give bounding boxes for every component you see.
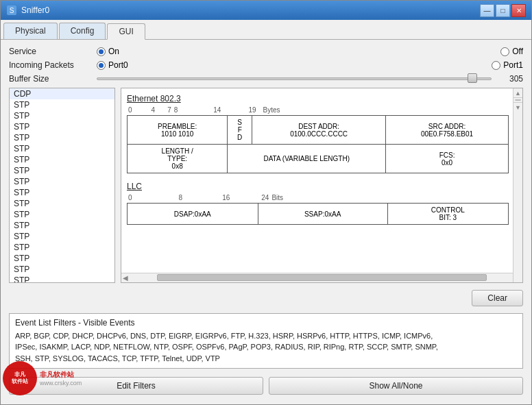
title-bar: S Sniffer0 — □ ✕ [1,1,531,20]
buffer-row: Buffer Size 305 [9,74,523,84]
list-item[interactable]: STP [10,264,114,275]
ruler-8: 8 [174,106,178,114]
list-item[interactable]: STP [10,132,114,143]
llc-ruler-0: 0 [128,194,132,201]
incoming-row: Incoming Packets Port0 Port1 [9,60,523,70]
event-text: ARP, BGP, CDP, DHCP, DHCPv6, DNS, DTP, E… [15,330,517,365]
llc-ruler-24: 24 [261,194,269,201]
incoming-port0-label: Port0 [108,60,128,70]
src-addr-cell: SRC ADDR:00E0.F758.EB01 [386,116,509,145]
show-all-button[interactable]: Show All/None [269,377,523,395]
app-icon: S [6,5,17,16]
list-item[interactable]: STP [10,253,114,264]
incoming-port1-option[interactable]: Port1 [492,60,523,70]
clear-button[interactable]: Clear [472,290,523,306]
scroll-up-arrow[interactable]: ▲ [513,88,522,98]
tab-physical[interactable]: Physical [3,23,58,39]
length-type-cell: LENGTH /TYPE:0x8 [128,145,228,173]
tab-gui[interactable]: GUI [107,23,145,40]
main-area: CDP STP STP STP STP STP STP STP STP STP … [9,88,523,283]
llc-ruler-16: 16 [222,194,230,201]
list-item[interactable]: STP [10,165,114,176]
buffer-value: 305 [503,74,523,84]
list-item[interactable]: STP [10,209,114,220]
llc-ruler-8: 8 [179,194,183,201]
control-cell: CONTROLBIT: 3 [387,204,508,225]
window-title: Sniffer0 [21,5,49,15]
list-item[interactable]: STP [10,143,114,154]
service-on-label: On [108,47,119,56]
incoming-port1-radio[interactable] [492,61,500,70]
service-on-radio[interactable] [97,47,106,56]
buffer-slider-thumb[interactable] [468,73,477,83]
ethernet-title: Ethernet 802.3 [127,94,509,103]
incoming-port0-radio[interactable] [97,61,106,70]
list-item[interactable]: STP [10,187,114,198]
ruler-14: 14 [213,106,221,114]
list-item[interactable]: STP [10,275,114,283]
incoming-port1-label: Port1 [503,60,523,70]
llc-frame-table: DSAP:0xAA SSAP:0xAA CONTROLBIT: 3 [127,203,509,225]
vertical-scrollbar[interactable]: ▲ ▼ [513,88,522,282]
service-off-radio[interactable] [500,47,509,56]
event-title: Event List Filters - Visible Events [15,318,517,328]
llc-title: LLC [127,182,509,191]
title-bar-left: S Sniffer0 [6,5,49,16]
ruler-19: 19 [248,106,256,114]
fcs-cell: FCS:0x0 [386,145,509,173]
right-panel: Ethernet 802.3 0 4 7 8 14 19 Bytes [121,88,523,283]
ruler-7: 7 [167,106,171,114]
edit-filters-button[interactable]: Edit Filters [9,377,263,395]
list-item[interactable]: STP [10,110,114,121]
maximize-button[interactable]: □ [496,4,510,17]
list-item[interactable]: STP [10,154,114,165]
title-buttons: — □ ✕ [480,4,526,17]
service-on-option[interactable]: On [97,47,119,56]
incoming-label: Incoming Packets [9,60,91,70]
buffer-label: Buffer Size [9,74,64,84]
tab-config[interactable]: Config [59,23,106,39]
llc-section: LLC 0 8 16 24 Bits DSAP:0xAA SS [127,182,509,225]
incoming-port0-option[interactable]: Port0 [97,60,128,70]
preamble-cell: PREAMBLE:1010 1010 [128,116,228,145]
list-item[interactable]: STP [10,121,114,132]
list-item[interactable]: STP [10,176,114,187]
horizontal-scrollbar[interactable]: ◀ ▶ [121,273,522,282]
clear-button-row: Clear [9,287,523,309]
service-label: Service [9,47,91,56]
main-window: S Sniffer0 — □ ✕ Physical Config GUI Ser… [0,0,532,405]
scroll-h-thumb[interactable] [157,274,487,281]
dest-addr-cell: DEST ADDR:0100.0CCC.CCCC [252,116,386,145]
scroll-left-arrow[interactable]: ◀ [121,274,130,282]
list-item[interactable]: STP [10,242,114,253]
ethernet-frame-table: PREAMBLE:1010 1010 SFD DEST ADDR:0100.0C… [127,115,509,173]
scroll-v-thumb[interactable] [515,99,521,101]
left-panel[interactable]: CDP STP STP STP STP STP STP STP STP STP … [9,88,115,283]
bytes-label: Bytes [263,106,280,114]
svg-text:S: S [10,7,14,14]
service-off-option[interactable]: Off [500,47,523,56]
list-item[interactable]: STP [10,231,114,242]
list-item[interactable]: CDP [10,88,114,99]
service-off-label: Off [512,47,523,56]
list-item[interactable]: STP [10,99,114,110]
ethernet-section: Ethernet 802.3 0 4 7 8 14 19 Bytes [127,94,509,173]
service-radio-group: On Off [97,47,523,56]
close-button[interactable]: ✕ [511,4,526,17]
ruler-4: 4 [152,106,156,114]
list-item[interactable]: STP [10,220,114,231]
event-section: Event List Filters - Visible Events ARP,… [9,313,523,369]
incoming-radio-group: Port0 Port1 [97,60,523,70]
scroll-down-arrow[interactable]: ▼ [513,102,522,112]
data-cell: DATA (VARIABLE LENGTH) [228,145,386,173]
dsap-cell: DSAP:0xAA [128,204,258,225]
main-content: Service On Off Incoming Packets Port0 [1,40,531,404]
service-row: Service On Off [9,47,523,56]
right-panel-content[interactable]: Ethernet 802.3 0 4 7 8 14 19 Bytes [121,88,522,273]
list-item[interactable]: STP [10,198,114,209]
minimize-button[interactable]: — [480,4,494,17]
sfd-cell: SFD [228,116,252,145]
buffer-slider-track[interactable] [97,77,492,80]
tab-bar: Physical Config GUI [1,20,531,40]
llc-bits-label: Bits [271,194,283,201]
